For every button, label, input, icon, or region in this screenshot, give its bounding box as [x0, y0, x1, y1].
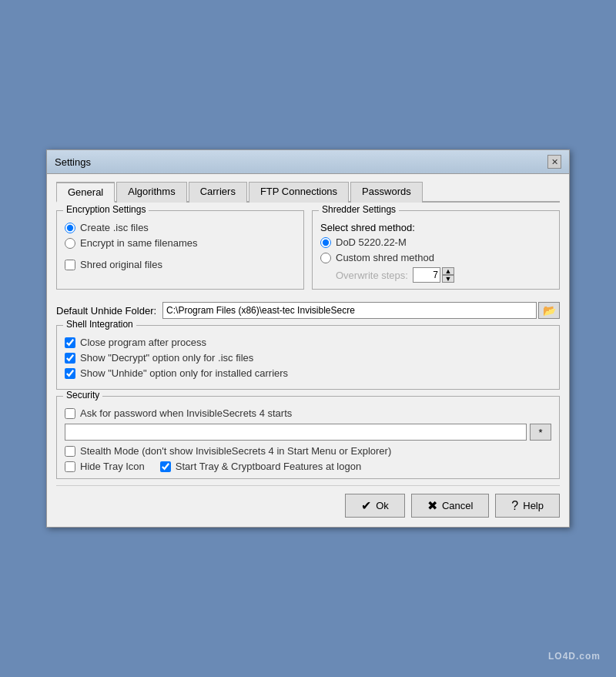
overwrite-row: Overwrite steps: ▲ ▼ [336, 267, 551, 283]
top-section: Encryption Settings Create .isc files En… [56, 210, 560, 296]
encryption-settings-legend: Encryption Settings [63, 204, 149, 215]
settings-window: Settings ✕ General Algorithms Carriers F… [46, 149, 570, 528]
shredder-settings-legend: Shredder Settings [319, 204, 399, 215]
password-row: * [65, 424, 551, 441]
title-bar: Settings ✕ [47, 150, 569, 174]
show-decrypt-row: Show "Decrypt" option only for .isc file… [65, 352, 551, 364]
show-unhide-checkbox[interactable] [65, 368, 75, 379]
shell-integration-legend: Shell Integration [63, 319, 136, 330]
show-unhide-label: Show "Unhide" option only for installed … [80, 367, 288, 379]
shred-original-checkbox[interactable] [65, 260, 75, 270]
dod-label: DoD 5220.22-M [336, 236, 407, 248]
close-button[interactable]: ✕ [547, 155, 561, 169]
encrypt-same-row: Encrypt in same filenames [65, 237, 296, 249]
encryption-content: Create .isc files Encrypt in same filena… [65, 222, 296, 270]
ask-password-row: Ask for password when InvisibleSecrets 4… [65, 407, 551, 419]
custom-shred-label: Custom shred method [336, 252, 434, 263]
close-program-checkbox[interactable] [65, 337, 75, 348]
encrypt-same-radio[interactable] [65, 238, 75, 249]
select-shred-label: Select shred method: [320, 222, 551, 233]
start-tray-label: Start Tray & Cryptboard Features at logo… [176, 461, 361, 472]
cancel-label: Cancel [442, 500, 473, 511]
create-isc-radio[interactable] [65, 223, 75, 233]
create-isc-row: Create .isc files [65, 222, 296, 233]
help-icon: ? [511, 499, 518, 513]
create-isc-label: Create .isc files [80, 222, 149, 233]
stealth-checkbox[interactable] [65, 446, 75, 457]
close-program-row: Close program after process [65, 337, 551, 348]
tray-row: Hide Tray Icon Start Tray & Cryptboard F… [65, 461, 551, 472]
folder-label: Default Unhide Folder: [56, 305, 156, 317]
custom-shred-radio[interactable] [320, 253, 331, 263]
ok-button[interactable]: ✔ Ok [345, 494, 405, 518]
password-show-button[interactable]: * [530, 424, 551, 441]
shred-original-label: Shred original files [80, 259, 162, 270]
overwrite-label: Overwrite steps: [336, 270, 408, 281]
show-decrypt-checkbox[interactable] [65, 353, 75, 364]
stealth-label: Stealth Mode (don't show InvisibleSecret… [80, 445, 391, 457]
overwrite-spinner: ▲ ▼ [442, 267, 454, 283]
shredder-settings-group: Shredder Settings Select shred method: D… [312, 210, 560, 290]
shred-original-row: Shred original files [65, 259, 296, 270]
ok-icon: ✔ [361, 498, 371, 513]
tab-general[interactable]: General [56, 182, 115, 203]
encrypt-same-label: Encrypt in same filenames [80, 237, 197, 249]
dod-row: DoD 5220.22-M [320, 236, 551, 248]
tab-ftp-connections[interactable]: FTP Connections [249, 182, 349, 203]
folder-row: Default Unhide Folder: 📂 [56, 302, 560, 319]
shell-content: Close program after process Show "Decryp… [65, 337, 551, 379]
tab-carriers[interactable]: Carriers [189, 182, 247, 203]
show-unhide-row: Show "Unhide" option only for installed … [65, 367, 551, 379]
tab-passwords[interactable]: Passwords [350, 182, 423, 203]
window-title: Settings [55, 156, 91, 168]
spin-down-button[interactable]: ▼ [442, 275, 454, 283]
tab-algorithms[interactable]: Algorithms [116, 182, 186, 203]
ok-label: Ok [376, 500, 389, 511]
security-content: Ask for password when InvisibleSecrets 4… [65, 407, 551, 472]
tab-bar: General Algorithms Carriers FTP Connecti… [56, 180, 560, 203]
ask-password-checkbox[interactable] [65, 408, 75, 419]
hide-tray-checkbox[interactable] [65, 461, 75, 472]
shredder-content: Select shred method: DoD 5220.22-M Custo… [320, 222, 551, 283]
folder-browse-button[interactable]: 📂 [538, 302, 560, 319]
security-legend: Security [63, 390, 102, 401]
ask-password-label: Ask for password when InvisibleSecrets 4… [80, 407, 292, 419]
cancel-button[interactable]: ✖ Cancel [411, 494, 489, 518]
start-tray-row: Start Tray & Cryptboard Features at logo… [160, 461, 361, 472]
encryption-settings-group: Encryption Settings Create .isc files En… [56, 210, 304, 290]
watermark: LO4D.com [548, 651, 601, 662]
stealth-row: Stealth Mode (don't show InvisibleSecret… [65, 445, 551, 457]
button-row: ✔ Ok ✖ Cancel ? Help [56, 485, 560, 518]
spin-up-button[interactable]: ▲ [442, 267, 454, 275]
security-group: Security Ask for password when Invisible… [56, 396, 560, 479]
hide-tray-label: Hide Tray Icon [80, 461, 145, 472]
overwrite-input[interactable] [413, 267, 440, 283]
help-button[interactable]: ? Help [495, 494, 560, 518]
password-input[interactable] [65, 424, 527, 441]
cancel-icon: ✖ [427, 498, 437, 513]
hide-tray-row: Hide Tray Icon [65, 461, 145, 472]
show-decrypt-label: Show "Decrypt" option only for .isc file… [80, 352, 253, 364]
window-body: General Algorithms Carriers FTP Connecti… [47, 174, 569, 527]
custom-shred-row: Custom shred method [320, 252, 551, 263]
close-program-label: Close program after process [80, 337, 206, 348]
folder-input[interactable] [162, 302, 537, 319]
shell-integration-group: Shell Integration Close program after pr… [56, 325, 560, 390]
help-label: Help [523, 500, 544, 511]
dod-radio[interactable] [320, 237, 331, 248]
start-tray-checkbox[interactable] [160, 461, 171, 472]
